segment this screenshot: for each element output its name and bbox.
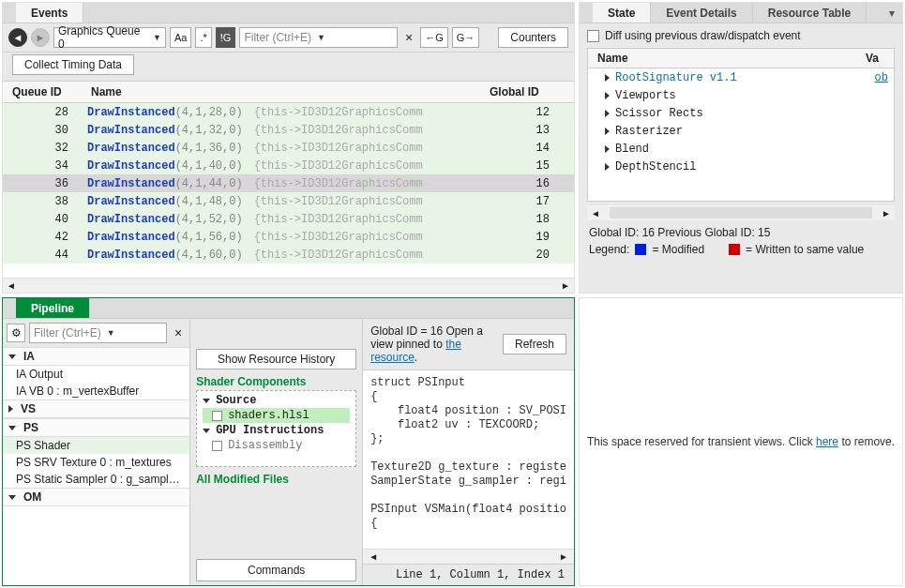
global-id-text: Global ID = 16 Open a view pinned to the…	[370, 324, 491, 364]
chevron-down-icon: ▼	[107, 328, 115, 338]
state-row[interactable]: Blend	[588, 140, 894, 158]
file-icon	[212, 441, 222, 451]
source-file[interactable]: shaders.hlsl	[203, 408, 350, 423]
transient-placeholder: This space reserved for transient views.…	[579, 297, 903, 586]
events-subtoolbar: Collect Timing Data	[3, 53, 574, 82]
code-hscroll[interactable]: ◄►	[363, 549, 574, 564]
state-body: Diff using previous draw/dispatch event …	[580, 23, 902, 293]
pipeline-tree: ⚙ Filter (Ctrl+E) ▼ × IA IA Output IA VB…	[3, 319, 190, 585]
events-header: Queue ID Name Global ID	[3, 82, 574, 103]
pipeline-tabbar: Pipeline	[3, 298, 574, 319]
resource-table-tab[interactable]: Resource Table	[753, 3, 867, 23]
event-row[interactable]: 34DrawInstanced(4,1,40,0){this->ID3D12Gr…	[3, 157, 574, 174]
nav-back-button[interactable]: ◄	[8, 28, 27, 47]
scroll-right-icon[interactable]: ►	[882, 208, 891, 219]
section-ps[interactable]: PS	[3, 418, 189, 437]
event-row[interactable]: 30DrawInstanced(4,1,32,0){this->ID3D12Gr…	[3, 121, 574, 139]
event-row[interactable]: 36DrawInstanced(4,1,44,0){this->ID3D12Gr…	[3, 174, 574, 192]
disassembly-file[interactable]: Disassembly	[203, 438, 350, 453]
event-details-tab[interactable]: Event Details	[651, 3, 752, 23]
expander-icon[interactable]	[203, 399, 210, 403]
code-view[interactable]: struct PSInput { float4 position : SV_PO…	[363, 370, 574, 549]
expander-icon[interactable]	[605, 74, 610, 82]
state-row-rootsig[interactable]: RootSignature v1.1 ob	[588, 68, 894, 86]
pipeline-mid: Show Resource History Shader Components …	[190, 319, 362, 585]
event-row[interactable]: 32DrawInstanced(4,1,36,0){this->ID3D12Gr…	[3, 139, 574, 157]
section-om[interactable]: OM	[3, 488, 189, 506]
chevron-down-icon: ▼	[153, 33, 161, 42]
legend-label: Legend:	[589, 243, 629, 256]
settings-button[interactable]: ⚙	[7, 324, 25, 342]
pipeline-filter-placeholder: Filter (Ctrl+E)	[34, 326, 101, 339]
ps-srv0[interactable]: PS SRV Texture 0 : m_textures	[3, 454, 189, 471]
collect-timing-button[interactable]: Collect Timing Data	[12, 54, 134, 75]
state-grid: Name Va RootSignature v1.1 ob ViewportsS…	[587, 48, 895, 202]
ia-vb0[interactable]: IA VB 0 : m_vertexBuffer	[3, 383, 189, 400]
event-row[interactable]: 28DrawInstanced(4,1,28,0){this->ID3D12Gr…	[3, 103, 574, 121]
state-rootsig-label: RootSignature v1.1	[615, 71, 875, 84]
scroll-left-icon[interactable]: ◄	[591, 208, 600, 219]
state-row[interactable]: Scissor Rects	[588, 104, 894, 122]
ps-sampler0[interactable]: PS Static Sampler 0 : g_sampl…	[3, 471, 189, 488]
state-status: Global ID: 16 Previous Global ID: 15	[587, 220, 895, 241]
gpu-instructions-node[interactable]: GPU Instructions	[203, 423, 350, 438]
legend-same-label: = Written to same value	[746, 243, 864, 256]
gear-icon: ⚙	[11, 326, 22, 339]
events-body: 28DrawInstanced(4,1,28,0){this->ID3D12Gr…	[3, 103, 574, 278]
legend-same-swatch	[729, 244, 740, 255]
section-vs[interactable]: VS	[3, 400, 189, 418]
event-row[interactable]: 40DrawInstanced(4,1,52,0){this->ID3D12Gr…	[3, 210, 574, 228]
commands-button[interactable]: Commands	[196, 559, 356, 581]
events-tab-leading	[3, 3, 16, 23]
shader-components-heading: Shader Components	[196, 375, 356, 388]
state-rootsig-value[interactable]: ob	[875, 71, 888, 84]
nav-forward-button[interactable]: ►	[31, 28, 50, 47]
state-tabbar: State Event Details Resource Table ▾	[580, 3, 902, 23]
state-hscroll[interactable]: ◄ ►	[587, 205, 895, 220]
events-tab[interactable]: Events	[16, 3, 83, 23]
source-node[interactable]: Source	[203, 393, 350, 408]
state-col-name[interactable]: Name	[594, 52, 866, 65]
legend-modified-swatch	[635, 244, 646, 255]
state-row[interactable]: Rasterizer	[588, 122, 894, 140]
scroll-right-icon[interactable]: ►	[561, 280, 570, 291]
transient-post: to remove.	[838, 435, 895, 448]
transient-pre: This space reserved for transient views.…	[587, 435, 816, 448]
pipeline-panel: Pipeline ⚙ Filter (Ctrl+E) ▼ × IA	[2, 297, 575, 586]
case-toggle[interactable]: Aa	[170, 27, 191, 48]
transient-remove-link[interactable]: here	[816, 435, 838, 448]
queue-combo-label: Graphics Queue 0	[58, 24, 147, 51]
all-modified-heading: All Modified Files	[196, 473, 356, 486]
refresh-button[interactable]: Refresh	[503, 334, 566, 354]
ps-shader[interactable]: PS Shader	[3, 437, 189, 454]
shader-components-box: Source shaders.hlsl GPU Instructions Dis…	[196, 390, 356, 467]
scroll-left-icon[interactable]: ◄	[7, 280, 16, 291]
state-row[interactable]: Viewports	[588, 86, 894, 104]
pipeline-filter-input[interactable]: Filter (Ctrl+E) ▼	[29, 323, 167, 343]
col-name[interactable]: Name	[87, 85, 490, 98]
state-row[interactable]: DepthStencil	[588, 158, 894, 175]
queue-combo[interactable]: Graphics Queue 0 ▼	[53, 27, 166, 48]
events-panel: Events ◄ ► Graphics Queue 0 ▼ Aa .* !G F…	[2, 2, 575, 294]
col-queue-id[interactable]: Queue ID	[3, 85, 87, 98]
event-row[interactable]: 44DrawInstanced(4,1,60,0){this->ID3D12Gr…	[3, 246, 574, 264]
event-row[interactable]: 38DrawInstanced(4,1,48,0){this->ID3D12Gr…	[3, 192, 574, 210]
state-col-value[interactable]: Va	[866, 52, 888, 65]
section-ia[interactable]: IA	[3, 347, 189, 366]
show-resource-history-button[interactable]: Show Resource History	[196, 349, 356, 369]
state-legend: Legend: = Modified = Written to same val…	[587, 241, 895, 262]
tabs-overflow-button[interactable]: ▾	[882, 3, 902, 23]
col-global-id[interactable]: Global ID	[490, 85, 574, 98]
chevron-down-icon: ▼	[317, 33, 325, 42]
ia-output[interactable]: IA Output	[3, 366, 189, 383]
events-hscroll[interactable]: ◄ ►	[3, 278, 574, 293]
pipeline-code: Global ID = 16 Open a view pinned to the…	[362, 319, 574, 585]
expander-icon[interactable]	[203, 429, 210, 433]
legend-modified-label: = Modified	[652, 243, 704, 256]
pipeline-clear-filter[interactable]: ×	[171, 325, 186, 340]
code-cursor: Line 1, Column 1, Index 1	[363, 564, 574, 585]
pipeline-tab[interactable]: Pipeline	[16, 298, 90, 318]
file-icon	[212, 411, 222, 421]
state-tab[interactable]: State	[593, 3, 651, 23]
event-row[interactable]: 42DrawInstanced(4,1,56,0){this->ID3D12Gr…	[3, 228, 574, 246]
